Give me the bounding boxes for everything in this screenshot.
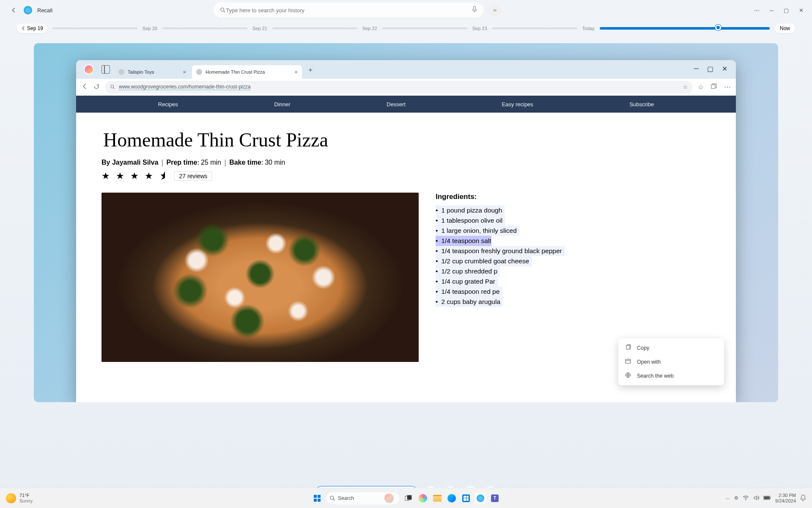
timeline-date-label: Sep 23	[472, 26, 487, 31]
close-button[interactable]: ✕	[799, 7, 804, 14]
favorite-star-icon[interactable]: ☆	[683, 84, 688, 90]
svg-point-0	[221, 8, 224, 11]
timeline-segment[interactable]	[492, 28, 577, 29]
tab-close-button[interactable]: ✕	[294, 70, 298, 75]
workspaces-icon[interactable]	[102, 65, 110, 74]
timeline-start-pill[interactable]: Sep 19	[17, 24, 47, 33]
tab-close-button[interactable]: ✕	[183, 70, 186, 75]
timeline-date-label: Sep 21	[252, 26, 267, 31]
tray-wifi-icon[interactable]	[743, 495, 749, 501]
code-button[interactable]: ‹›	[488, 3, 502, 17]
favorites-icon[interactable]: ☆	[698, 83, 704, 91]
copilot-taskbar-icon[interactable]	[417, 492, 429, 504]
ingredient-item: 1/4 teaspoon freshly ground black pepper	[436, 246, 565, 256]
context-open-with[interactable]: Open with	[618, 355, 724, 369]
recipe-meta: By Jayamali Silva | Prep time: 25 min | …	[102, 159, 710, 166]
tray-chevron-icon[interactable]: ︿	[725, 495, 730, 501]
browser-tab-strip: Tailspin Toys ✕ Homemade Thin Crust Pizz…	[76, 60, 736, 79]
browser-refresh-button[interactable]	[93, 83, 100, 91]
ingredient-item: 1 pound pizza dough	[436, 205, 505, 215]
more-button[interactable]: ⋯	[754, 7, 760, 14]
tray-volume-icon[interactable]	[753, 495, 759, 502]
new-tab-button[interactable]: ＋	[307, 66, 314, 75]
collections-icon[interactable]	[710, 83, 717, 91]
timeline[interactable]: Sep 19 Sep 20 Sep 21 Sep 22 Sep 23 Today…	[0, 20, 812, 36]
svg-rect-3	[711, 85, 715, 88]
timeline-date-label: Sep 22	[362, 26, 377, 31]
browser-minimize[interactable]: ─	[694, 65, 699, 73]
history-search-input[interactable]	[226, 7, 472, 14]
browser-back-button[interactable]	[81, 83, 88, 91]
edge-taskbar-icon[interactable]	[446, 492, 458, 504]
timeline-now-button[interactable]: Now	[775, 24, 795, 33]
timeline-active-segment[interactable]	[600, 27, 770, 30]
page-content: Homemade Thin Crust Pizza By Jayamali Si…	[76, 113, 736, 402]
maximize-button[interactable]: ▢	[784, 7, 789, 14]
tray-battery-icon[interactable]	[763, 496, 771, 501]
nav-link[interactable]: Dessert	[387, 101, 406, 108]
nav-link[interactable]: Recipes	[158, 101, 178, 108]
svg-rect-18	[764, 497, 769, 499]
bake-time-label: Bake time	[229, 159, 261, 166]
windows-taskbar: 71°F Sunny Search T ︿ ⚙ 2:30 PM 9/24/202…	[0, 488, 812, 508]
browser-tab[interactable]: Tailspin Toys ✕	[114, 65, 190, 79]
browser-close[interactable]: ✕	[722, 65, 727, 73]
nav-link[interactable]: Dinner	[274, 101, 290, 108]
tab-title: Homemade Thin Crust Pizza	[206, 69, 265, 75]
nav-link[interactable]: Subscribe	[629, 101, 654, 108]
tab-favicon	[196, 69, 202, 75]
tab-title: Tailspin Toys	[128, 69, 154, 75]
ingredient-item: 2 cups baby arugula	[436, 297, 503, 307]
tray-clock[interactable]: 2:30 PM 9/24/2024	[775, 493, 796, 503]
recall-app-icon	[24, 6, 32, 14]
copy-icon	[625, 344, 632, 351]
context-item-label: Copy	[637, 345, 649, 351]
start-button[interactable]	[311, 492, 323, 504]
recall-taskbar-icon[interactable]	[475, 492, 486, 504]
svg-rect-19	[770, 497, 771, 499]
file-explorer-icon[interactable]	[431, 492, 443, 504]
context-menu: Copy Open with Search the web	[618, 338, 724, 385]
svg-point-2	[111, 85, 114, 88]
svg-rect-11	[314, 499, 317, 502]
clock-date: 9/24/2024	[775, 498, 796, 503]
context-item-label: Open with	[637, 359, 661, 365]
ingredients-heading: Ingredients:	[436, 193, 710, 201]
store-taskbar-icon[interactable]	[460, 492, 472, 504]
weather-widget[interactable]: 71°F Sunny	[6, 493, 33, 503]
tray-notifications-icon[interactable]	[800, 494, 806, 502]
ingredient-item: 1/4 cup grated Par	[436, 276, 498, 287]
address-bar[interactable]: www.woodgrovegroceries.com/homemade-thin…	[105, 81, 693, 94]
context-copy[interactable]: Copy	[618, 341, 724, 355]
search-icon	[329, 495, 335, 501]
profile-avatar[interactable]	[84, 64, 94, 75]
nav-link[interactable]: Easy recipes	[502, 101, 533, 108]
timeline-scrubber-knob[interactable]	[715, 25, 721, 30]
browser-maximize[interactable]: ▢	[707, 65, 713, 73]
search-highlight-icon	[384, 494, 394, 503]
timeline-segment[interactable]	[52, 28, 137, 29]
tab-favicon	[118, 69, 124, 75]
timeline-segment[interactable]	[382, 28, 467, 29]
timeline-segment[interactable]	[162, 28, 247, 29]
mic-icon[interactable]	[472, 6, 477, 14]
globe-icon	[625, 372, 632, 379]
back-button[interactable]	[8, 5, 19, 15]
context-search-web[interactable]: Search the web	[618, 369, 724, 383]
tray-settings-icon[interactable]: ⚙	[734, 495, 738, 501]
bake-time-value: 30 min	[265, 159, 285, 166]
context-item-label: Search the web	[637, 373, 674, 379]
search-icon	[110, 84, 115, 90]
history-search-box[interactable]	[213, 3, 484, 18]
prep-time-value: 25 min	[201, 159, 221, 166]
timeline-segment[interactable]	[272, 28, 357, 29]
minimize-button[interactable]: ─	[770, 7, 774, 14]
teams-taskbar-icon[interactable]: T	[489, 492, 501, 504]
browser-more-button[interactable]: ⋯	[724, 83, 731, 91]
taskbar-search[interactable]: Search	[326, 491, 400, 505]
svg-rect-4	[626, 345, 630, 349]
weather-temp: 71°F	[19, 493, 33, 498]
browser-tab-active[interactable]: Homemade Thin Crust Pizza ✕	[192, 65, 302, 79]
ingredients-panel: Ingredients: 1 pound pizza dough 1 table…	[436, 193, 710, 362]
task-view-button[interactable]	[403, 492, 414, 504]
